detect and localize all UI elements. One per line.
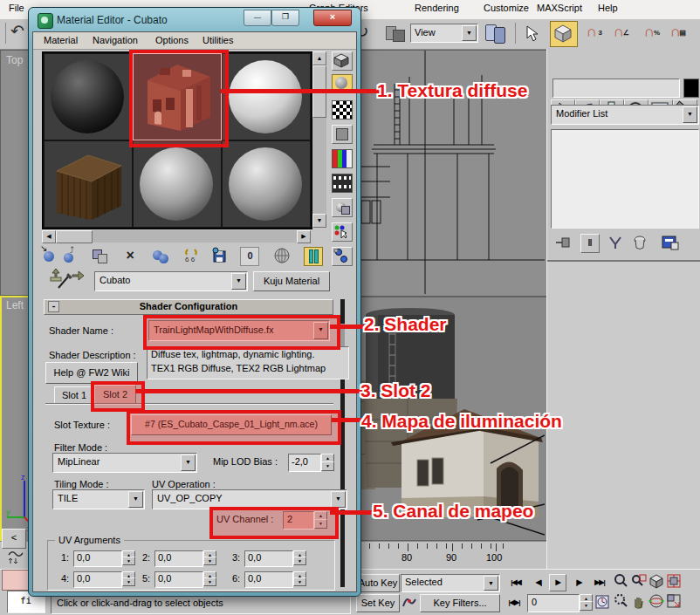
zoom-extents-all-icon[interactable] — [666, 573, 682, 589]
assign-material-to-selection-icon[interactable] — [91, 247, 108, 264]
sample-slot-4[interactable] — [44, 140, 133, 228]
show-end-result-stack-icon[interactable]: ‖ — [580, 234, 600, 253]
chevron-down-icon[interactable] — [331, 491, 346, 508]
frame-spinner[interactable] — [580, 594, 591, 611]
get-material-icon[interactable]: ↘ — [40, 247, 58, 264]
shader-configuration-rollout[interactable]: - Shader Configuration — [44, 299, 333, 315]
uv-arg-spinner-1[interactable] — [122, 550, 134, 565]
show-end-result-icon[interactable] — [304, 247, 323, 266]
uv-arg-field-1[interactable]: 0,0 — [73, 550, 122, 567]
minimize-button[interactable]: — — [244, 10, 271, 26]
sample-slot-1[interactable] — [44, 53, 133, 140]
key-filters-button[interactable]: Key Filters... — [420, 594, 500, 612]
uv-arg-spinner-2[interactable] — [203, 550, 215, 565]
menu-help[interactable]: Help — [593, 0, 623, 16]
make-preview-icon[interactable] — [332, 174, 353, 193]
modifier-list-dropdown[interactable]: Modifier List — [551, 105, 699, 125]
pick-material-eyedropper-icon[interactable] — [56, 271, 75, 290]
percent-snap-icon[interactable]: % — [638, 22, 661, 44]
arc-rotate-icon[interactable] — [649, 593, 664, 609]
material-name-dropdown[interactable]: Cubato — [94, 271, 248, 291]
pan-hand-icon[interactable] — [631, 593, 647, 609]
current-frame-field[interactable]: 0 — [527, 594, 580, 612]
sample-hscrollbar[interactable]: ◀ ▶ — [42, 230, 311, 243]
chevron-down-icon[interactable] — [484, 576, 498, 591]
snaps-toggle-button[interactable] — [550, 21, 578, 47]
time-configuration-icon[interactable] — [595, 594, 611, 610]
play-button[interactable] — [549, 574, 566, 591]
material-id-channel-icon[interactable]: 0 — [240, 247, 259, 266]
modifier-stack-list[interactable] — [551, 129, 699, 229]
chevron-down-icon[interactable] — [462, 25, 477, 41]
region-zoom-icon[interactable] — [614, 593, 629, 609]
sample-slot-3[interactable] — [222, 53, 311, 140]
reset-map-icon[interactable]: × — [121, 247, 139, 264]
uv-arg-field-4[interactable]: 0,0 — [73, 571, 122, 588]
uv-arg-spinner-6[interactable] — [293, 571, 305, 586]
snap-3d-icon[interactable]: 3 — [580, 22, 603, 44]
menu-file[interactable]: File — [3, 0, 30, 16]
uv-arg-field-5[interactable]: 0,0 — [154, 571, 203, 588]
tiling-mode-dropdown[interactable]: TILE — [52, 489, 145, 509]
scroll-thumb[interactable] — [56, 230, 93, 243]
next-frame-icon[interactable] — [569, 575, 588, 591]
previous-frame-icon[interactable] — [529, 575, 548, 591]
angle-snap-icon[interactable]: ∠ — [607, 22, 630, 44]
restore-button[interactable]: ❐ — [271, 10, 299, 26]
make-unique-stack-icon[interactable] — [607, 234, 626, 251]
scroll-down-icon[interactable]: ▼ — [312, 214, 326, 228]
chevron-down-icon[interactable] — [683, 106, 697, 123]
me-menu-utilities[interactable]: Utilities — [197, 32, 238, 48]
zoom-extents-icon[interactable] — [649, 573, 664, 589]
spinner-snap-icon[interactable]: ▤ — [664, 22, 687, 44]
scroll-up-icon[interactable]: ▲ — [312, 51, 326, 65]
me-menu-navigation[interactable]: Navigation — [87, 32, 143, 48]
reference-coordinate-dropdown[interactable]: View — [410, 24, 478, 43]
me-menu-options[interactable]: Options — [150, 32, 194, 48]
mini-scroll-button[interactable]: < — [2, 529, 26, 549]
make-unique-icon[interactable]: 6 6 — [182, 247, 200, 264]
zoom-icon[interactable] — [614, 573, 629, 589]
pin-stack-icon[interactable] — [554, 234, 573, 251]
set-key-button[interactable]: Set Key — [356, 594, 400, 612]
menu-maxscript[interactable]: MAXScript — [532, 0, 587, 16]
uv-arg-spinner-5[interactable] — [203, 571, 215, 586]
go-to-start-icon[interactable] — [506, 575, 525, 591]
background-icon[interactable] — [332, 100, 353, 120]
options-icon[interactable] — [332, 198, 353, 217]
auto-key-button[interactable]: Auto Key — [356, 574, 400, 592]
undo-icon[interactable]: ↶ — [10, 21, 24, 41]
scroll-right-icon[interactable]: ▶ — [297, 230, 311, 243]
me-titlebar[interactable]: Material Editor - Cubato — ❐ × — [31, 10, 359, 31]
menu-customize[interactable]: Customize — [478, 0, 534, 16]
chevron-down-icon[interactable] — [128, 491, 143, 508]
uv-arg-spinner-3[interactable] — [293, 550, 305, 565]
sample-slot-6[interactable] — [222, 140, 311, 228]
uv-arg-spinner-4[interactable] — [122, 571, 134, 586]
sample-type-icon[interactable] — [332, 51, 353, 71]
uv-arg-field-3[interactable]: 0,0 — [244, 550, 293, 567]
chevron-down-icon[interactable] — [181, 454, 196, 471]
select-by-material-icon[interactable] — [332, 222, 353, 242]
show-map-in-viewport-icon[interactable] — [273, 247, 291, 264]
chevron-down-icon[interactable] — [231, 273, 246, 290]
object-name-field[interactable] — [552, 79, 680, 98]
uv-arg-field-6[interactable]: 0,0 — [244, 571, 293, 588]
go-to-end-icon[interactable] — [590, 575, 609, 591]
video-color-check-icon[interactable] — [332, 149, 353, 168]
key-filter-curve-icon[interactable] — [401, 594, 417, 611]
sample-uv-tiling-icon[interactable] — [332, 125, 353, 144]
time-ruler[interactable]: 80 90 100 — [359, 543, 546, 568]
put-material-to-scene-icon[interactable]: ⤴ — [62, 247, 79, 264]
sample-slot-5[interactable] — [133, 140, 222, 228]
tab-slot-1[interactable]: Slot 1 — [54, 386, 94, 404]
remove-modifier-icon[interactable] — [631, 234, 650, 251]
uv-arg-field-2[interactable]: 0,0 — [154, 550, 203, 567]
key-mode-toggle-icon[interactable] — [504, 595, 524, 611]
track-view-mini-icon[interactable] — [7, 550, 24, 565]
mip-lod-bias-spinner[interactable] — [321, 454, 333, 471]
filter-mode-dropdown[interactable]: MipLinear — [52, 453, 197, 473]
sample-vscrollbar[interactable]: ▲ ▼ — [312, 51, 326, 228]
select-and-manipulate-icon[interactable] — [524, 24, 541, 44]
maximize-viewport-toggle-icon[interactable] — [666, 593, 682, 609]
